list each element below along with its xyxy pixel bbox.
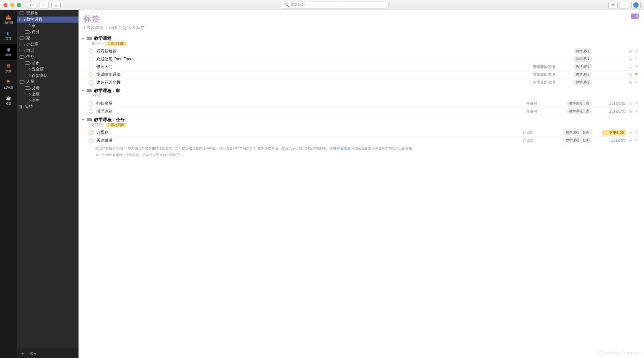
sidebar-item[interactable]: 超市	[17, 60, 79, 66]
task-checkbox[interactable]	[89, 49, 93, 54]
note-icon[interactable]: ▤	[628, 65, 633, 69]
task-project: 开派对	[523, 130, 563, 135]
task-title: 建造花园小棚	[96, 80, 533, 85]
task-checkbox[interactable]	[89, 72, 93, 77]
minimize-window[interactable]	[10, 3, 14, 7]
view-options-button[interactable]: 👁	[608, 2, 618, 8]
task-tag-pill[interactable]: 教学课程：家	[566, 108, 592, 114]
disclosure-icon[interactable]: ▼	[81, 37, 85, 40]
task-checkbox[interactable]	[89, 130, 93, 135]
note-icon[interactable]: ▤	[628, 138, 633, 142]
flag-icon[interactable]: ⚑	[635, 130, 639, 135]
flag-icon[interactable]: ⚑	[635, 80, 639, 85]
task-checkbox[interactable]	[89, 138, 93, 143]
note-icon[interactable]: ▤	[628, 49, 633, 53]
sidebar-item[interactable]: 医生	[17, 97, 79, 104]
task-tag-pill[interactable]: 教学课程	[573, 64, 592, 70]
flag-icon[interactable]: ⚑	[635, 109, 639, 114]
settings-button[interactable]: ⋯	[620, 2, 629, 8]
cleanup-button[interactable]: ⤓	[51, 2, 61, 8]
task-checkbox[interactable]	[89, 80, 93, 85]
sidebar-item[interactable]: 上级	[17, 91, 79, 98]
nav-label: 预测	[5, 69, 11, 73]
maximize-window[interactable]	[17, 3, 21, 7]
task-row[interactable]: 订蛋糕开派对教学课程：任务下午6:00▤⚑	[81, 129, 640, 137]
task-row[interactable]: 买冰激凌开派对教学课程：任务2019/6/2▤⚑	[81, 137, 640, 144]
task-row[interactable]: 看看新餐馆教学课程▤⚑	[81, 48, 640, 55]
sidebar-item-label: 父母	[32, 85, 40, 91]
nav-已标注[interactable]: ⚑已标注	[0, 76, 17, 92]
watermark: ↓ www.MacDown.com	[596, 350, 641, 356]
flag-icon[interactable]: ⚑	[635, 101, 639, 106]
sidebar-item[interactable]: 无标签	[17, 10, 79, 17]
flag-icon[interactable]: ⚑	[635, 138, 639, 143]
note-icon[interactable]: ▤	[628, 109, 633, 113]
flag-icon[interactable]: ⚑	[635, 57, 639, 61]
task-tag-pill[interactable]: 教学课程	[573, 48, 592, 54]
inspector-button[interactable]: i	[631, 2, 641, 8]
sidebar-item[interactable]: 办公室	[17, 41, 79, 48]
tag-icon	[20, 36, 24, 40]
add-tag-button[interactable]: ＋	[20, 351, 25, 357]
task-row[interactable]: 测试喷水系统春季花园清理教学课程▤⚑	[81, 71, 640, 79]
task-row[interactable]: 清理冰箱开派对教学课程：家2019/5/31▤⚑	[81, 108, 640, 115]
sidebar-item[interactable]: 电话	[17, 48, 79, 54]
add-button[interactable]: ＋	[39, 2, 49, 8]
task-row[interactable]: 欢迎使用 OmniFocus教学课程▤⚑	[81, 55, 640, 63]
close-window[interactable]	[3, 3, 7, 7]
sidebar-item-label: 任务	[32, 29, 40, 35]
sidebar-item[interactable]: 百货商店	[17, 72, 79, 79]
task-row[interactable]: 修理大门春季花园清理教学课程▤⚑	[81, 63, 640, 71]
note-icon[interactable]: ▤	[628, 80, 633, 84]
task-tag-pill[interactable]: 教学课程	[573, 56, 592, 62]
sidebar-item-label: 无标签	[26, 10, 38, 16]
flag-icon[interactable]: ⚑	[635, 64, 639, 69]
task-row[interactable]: 打扫房屋开派对教学课程：家2019/5/31▤⚑	[81, 100, 640, 108]
disclosure-icon[interactable]: ▼	[81, 89, 85, 93]
task-tag-pill[interactable]: 教学课程	[573, 71, 592, 78]
note-link[interactable]: 标签透视	[337, 146, 350, 150]
sidebar-options-button[interactable]: ⚙︎▾	[30, 351, 36, 356]
task-tag-pill[interactable]: 教学课程：任务	[563, 137, 592, 143]
sidebar-item[interactable]: 等待	[17, 104, 79, 110]
task-tag-pill[interactable]: 教学课程：任务	[563, 129, 592, 136]
nav-检查[interactable]: ☕检查	[0, 92, 17, 109]
task-date: 下午6:00	[602, 130, 626, 136]
search-input[interactable]: 🔍 搜索此处	[281, 2, 389, 8]
sidebar-item[interactable]: 五金店	[17, 66, 79, 73]
window-toolbar: ▭ ＋ ⤓ 🔍 搜索此处 👁 ⋯ i	[0, 0, 644, 10]
nav-label: 已标注	[4, 85, 13, 90]
flag-icon[interactable]: ⚑	[635, 72, 639, 77]
nav-收件箱[interactable]: 📥收件箱	[0, 11, 17, 28]
nav-预测[interactable]: ▦预测	[0, 60, 17, 76]
sidebar-item[interactable]: 家	[17, 35, 79, 41]
sidebar-item[interactable]: 家	[17, 23, 79, 29]
group-subtitle: 9 可用 • 1 即将到期	[92, 41, 640, 46]
group-header[interactable]: ▼教学课程：任务	[81, 115, 640, 123]
group-header[interactable]: ▼教学课程	[81, 34, 640, 41]
sidebar-item[interactable]: 任务	[17, 29, 79, 35]
group-title: 教学课程：家	[94, 88, 120, 94]
task-checkbox[interactable]	[89, 65, 93, 69]
task-tag-pill[interactable]: 教学课程：家	[566, 100, 592, 107]
tag-icon	[25, 93, 30, 96]
note-icon[interactable]: ▤	[628, 101, 633, 106]
nav-项目[interactable]: ◧项目	[0, 28, 17, 44]
sidebar-item[interactable]: 任务	[17, 54, 79, 60]
sidebar-item[interactable]: 人员	[17, 79, 79, 85]
task-row[interactable]: 建造花园小棚春季花园清理教学课程▤⚑	[81, 79, 640, 86]
task-checkbox[interactable]	[89, 109, 93, 114]
note-icon[interactable]: ▤	[628, 57, 633, 61]
flag-icon[interactable]: ⚑	[635, 49, 639, 54]
note-icon[interactable]: ▤	[628, 72, 633, 77]
sidebar-item[interactable]: 教学课程	[17, 17, 79, 23]
disclosure-icon[interactable]: ▼	[81, 118, 85, 122]
sidebar-toggle-button[interactable]: ▭	[27, 2, 36, 8]
note-icon[interactable]: ▤	[628, 130, 633, 135]
sidebar-item[interactable]: 父母	[17, 85, 79, 91]
nav-标签[interactable]: ◉标签	[0, 44, 17, 60]
group-header[interactable]: ▼教学课程：家	[81, 86, 640, 94]
task-tag-pill[interactable]: 教学课程	[573, 79, 592, 85]
task-checkbox[interactable]	[89, 101, 93, 106]
task-checkbox[interactable]	[89, 57, 93, 61]
